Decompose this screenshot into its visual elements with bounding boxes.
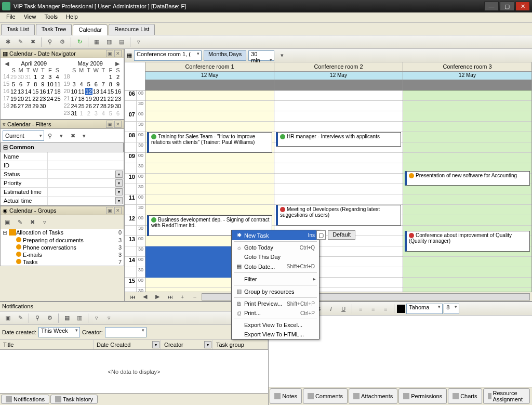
ntb4[interactable]: ⚙ [44, 312, 56, 324]
group-tb3[interactable]: ✖ [26, 216, 38, 228]
calendar-day[interactable]: 26 [85, 102, 92, 110]
filter-tb3[interactable]: ✖ [67, 130, 78, 141]
calendar-event[interactable]: Presentation of new software for Account… [405, 171, 530, 186]
calendar-day[interactable]: 19 [10, 95, 17, 102]
bottom-tab[interactable]: Notes [270, 388, 302, 404]
calendar-day[interactable]: 29 [107, 102, 114, 110]
col-group[interactable]: Task group [213, 340, 268, 349]
ctx-item[interactable]: Filter▸ [232, 274, 319, 284]
ntb1[interactable]: ▣ [2, 312, 14, 324]
calendar-day[interactable]: 16 [39, 88, 46, 95]
calendar-day[interactable]: 27 [17, 102, 24, 110]
calendar-event[interactable]: Meeting of Developers (Regarding latest … [276, 205, 401, 226]
tree-item[interactable]: Preparing of documents3 [1, 237, 124, 244]
prop-icon[interactable]: ⚙ [57, 36, 68, 48]
view2-icon[interactable]: ▥ [103, 36, 115, 48]
calendar-day[interactable]: 8 [107, 81, 114, 88]
filter-tb1[interactable]: ⚲ [44, 130, 56, 141]
calendar-day[interactable]: 23 [39, 95, 46, 102]
bottom-tab[interactable]: Task history [50, 395, 98, 404]
new-task-icon[interactable]: ✱ [2, 36, 14, 48]
maximize-button[interactable]: ▢ [500, 2, 514, 11]
collapse-icon[interactable]: ▣ [106, 50, 113, 57]
calendar-day[interactable]: 14 [24, 88, 32, 95]
allday-area[interactable] [145, 80, 274, 90]
tree-item[interactable]: Phone conversations3 [1, 244, 124, 251]
close-panel-icon[interactable]: ✕ [114, 50, 122, 57]
ctx-item[interactable]: ▥Group by resources [232, 286, 319, 296]
ntb2[interactable]: ✎ [15, 312, 26, 324]
bottom-tab[interactable]: Resource Assignment [483, 388, 530, 404]
filter-tb2[interactable]: ▾ [56, 130, 67, 141]
tab-resource-list[interactable]: Resource List [109, 24, 155, 35]
tree-item[interactable]: Tasks7 [1, 258, 124, 266]
calendar-day[interactable]: 5 [10, 81, 17, 88]
date-created-combo[interactable]: This Week [38, 327, 80, 337]
col-date[interactable]: Date Created▾ [94, 340, 161, 349]
interval-combo[interactable]: 30 min [248, 50, 274, 61]
calendar-day[interactable]: 15 [32, 88, 39, 95]
calendar-day[interactable]: 3 [92, 110, 100, 117]
calendar-day[interactable]: 3 [71, 81, 78, 88]
dropdown-icon[interactable]: ▾ [276, 50, 288, 61]
calendar-day[interactable] [92, 73, 100, 81]
close-panel-icon[interactable]: ✕ [114, 121, 122, 128]
ntb8[interactable]: ▿ [103, 312, 115, 324]
calendar-day[interactable]: 19 [85, 95, 92, 102]
tree-item[interactable]: E-mails3 [1, 251, 124, 258]
ctx-default-button[interactable]: Default [328, 230, 355, 240]
close-panel-icon[interactable]: ✕ [114, 207, 122, 214]
calendar-day[interactable]: 12 [10, 88, 17, 95]
calendar-day[interactable]: 1 [78, 110, 85, 117]
add-icon[interactable]: + [177, 291, 188, 303]
group-tb2[interactable]: ✎ [14, 216, 25, 228]
font-combo[interactable]: Tahoma [406, 304, 443, 314]
bottom-tab[interactable]: Comments [303, 388, 348, 404]
calendar-day[interactable]: 2 [114, 73, 122, 81]
calendar-event[interactable]: Conference about improvement of Quality … [405, 231, 530, 252]
ctx-checkbox[interactable]: ▢ [316, 230, 326, 240]
calendar-day[interactable]: 3 [46, 73, 54, 81]
calendar-day[interactable]: 28 [24, 102, 32, 110]
bottom-tab[interactable]: Notifications [1, 395, 49, 404]
col-title[interactable]: Title [0, 340, 94, 349]
group-tb4[interactable]: ▿ [39, 216, 50, 228]
calendar-day[interactable]: 15 [107, 88, 114, 95]
filter-current-combo[interactable]: Current [3, 130, 44, 141]
calendar-day[interactable]: 18 [78, 95, 85, 102]
calendar-day[interactable]: 7 [100, 81, 107, 88]
calendar-day[interactable]: 1 [32, 73, 39, 81]
delete-icon[interactable]: ✖ [27, 36, 38, 48]
first-icon[interactable]: ⏮ [127, 291, 138, 303]
menu-file[interactable]: File [2, 12, 20, 22]
calendar-day[interactable]: 7 [24, 81, 32, 88]
calendar-day[interactable]: 29 [10, 73, 17, 81]
menu-help[interactable]: Help [62, 12, 82, 22]
calendar-day[interactable]: 2 [85, 110, 92, 117]
calendar-day[interactable]: 13 [17, 88, 24, 95]
italic-icon[interactable]: I [325, 303, 337, 315]
calendar-day[interactable]: 24 [71, 102, 78, 110]
bottom-tab[interactable]: Charts [448, 388, 482, 404]
bottom-tab[interactable]: Attachments [349, 388, 397, 404]
ctx-item[interactable]: Export View To Excel... [232, 320, 319, 330]
align-center-icon[interactable]: ≡ [367, 303, 379, 315]
calendar-day[interactable]: 31 [24, 73, 32, 81]
edit-icon[interactable]: ✎ [15, 36, 26, 48]
ctx-item[interactable]: ☼Goto TodayCtrl+Q [232, 243, 319, 252]
calendar-day[interactable]: 1 [107, 73, 114, 81]
ntb6[interactable]: ▥ [74, 312, 85, 324]
calendar-day[interactable]: 14 [100, 88, 107, 95]
collapse-icon[interactable]: ▣ [106, 121, 113, 128]
calendar-day[interactable]: 27 [92, 102, 100, 110]
view1-icon[interactable]: ▦ [91, 36, 102, 48]
calendar-day[interactable]: 22 [32, 95, 39, 102]
calendar-day[interactable]: 25 [78, 102, 85, 110]
allday-area[interactable] [274, 80, 403, 90]
view3-icon[interactable]: ▤ [116, 36, 127, 48]
calendar-day[interactable]: 31 [71, 110, 78, 117]
menu-view[interactable]: View [20, 12, 41, 22]
close-button[interactable]: ✕ [515, 2, 530, 11]
tab-calendar[interactable]: Calendar [73, 24, 108, 35]
calendar-day[interactable]: 17 [46, 88, 54, 95]
